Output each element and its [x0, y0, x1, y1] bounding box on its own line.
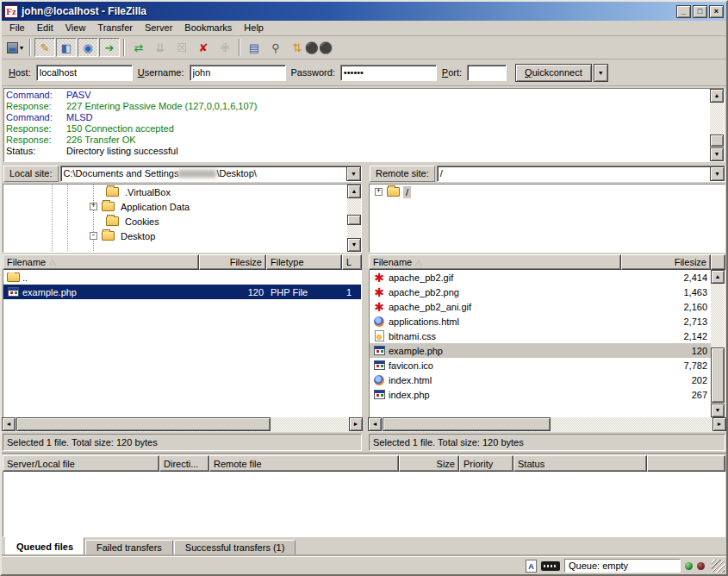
host-input[interactable] — [36, 65, 133, 81]
menu-server[interactable]: Server — [139, 21, 178, 35]
file-row-selected[interactable]: example.php 120 — [370, 343, 711, 358]
local-site-combobox[interactable]: C:\Documents and Settings\Desktop\ ▼ — [60, 166, 362, 182]
tree-item[interactable]: +Application Data — [3, 199, 361, 214]
column-header-filename[interactable]: Filename — [369, 254, 621, 270]
column-header-filename[interactable]: Filename — [3, 254, 199, 270]
file-row[interactable]: ✱apache_pb2_ani.gif 2,160 — [370, 299, 711, 314]
tree-item[interactable]: Cookies — [3, 214, 361, 229]
column-header-remote-file[interactable]: Remote file — [209, 455, 399, 472]
directory-filter-icon[interactable]: ▤ — [244, 38, 264, 57]
local-site-label: Local site: — [3, 166, 59, 182]
scroll-up-icon[interactable]: ▲ — [711, 270, 725, 284]
scroll-up-icon[interactable]: ▲ — [347, 185, 361, 198]
scrollbar-thumb[interactable] — [383, 417, 551, 431]
file-row[interactable]: index.php 267 — [370, 387, 711, 402]
collapse-icon[interactable]: - — [90, 232, 97, 240]
resize-grip[interactable] — [712, 560, 725, 573]
filezilla-app-icon[interactable]: Fz — [4, 5, 18, 18]
scroll-up-icon[interactable]: ▲ — [710, 89, 724, 103]
column-header-status[interactable]: Status — [513, 455, 647, 472]
password-input[interactable] — [340, 65, 437, 81]
cancel-operation-icon[interactable]: ☒ — [171, 38, 192, 57]
file-row[interactable]: index.html 202 — [370, 373, 711, 387]
queue-list[interactable] — [3, 472, 725, 537]
local-tree-scrollbar[interactable]: ▲ ▼ — [347, 185, 361, 252]
close-button[interactable]: × — [709, 5, 724, 18]
reconnect-icon[interactable]: ✙ — [215, 38, 235, 57]
sort-ascending-icon — [415, 260, 422, 266]
expand-icon[interactable]: + — [375, 188, 383, 196]
column-header-priority[interactable]: Priority — [459, 455, 513, 472]
scroll-down-icon[interactable]: ▼ — [711, 404, 725, 417]
file-row[interactable]: applications.html 2,713 — [370, 314, 711, 329]
disconnect-icon[interactable]: ✘ — [193, 38, 214, 57]
file-row-selected[interactable]: example.php 120 PHP File 1 — [3, 285, 361, 299]
menu-file[interactable]: File — [3, 21, 31, 35]
speed-limits-icon[interactable] — [541, 561, 560, 571]
column-header-filesize[interactable]: Filesize — [199, 254, 266, 270]
menu-help[interactable]: Help — [238, 21, 270, 35]
directory-comparison-icon[interactable]: ⚲ — [265, 38, 286, 57]
column-header-server-local-file[interactable]: Server/Local file — [3, 455, 159, 472]
tab-successful-transfers[interactable]: Successful transfers (1) — [174, 540, 296, 555]
scroll-left-icon[interactable]: ◄ — [368, 417, 382, 431]
quickconnect-button[interactable]: Quickconnect — [515, 64, 592, 82]
menu-edit[interactable]: Edit — [31, 21, 59, 35]
remote-site-combobox[interactable]: / ▼ — [437, 166, 725, 182]
tab-failed-transfers[interactable]: Failed transfers — [85, 540, 173, 555]
minimize-button[interactable]: _ — [676, 5, 691, 18]
maximize-button[interactable]: □ — [693, 5, 707, 18]
php-file-icon — [374, 390, 385, 399]
port-input[interactable] — [467, 65, 507, 81]
activity-led-green-icon — [685, 562, 693, 570]
remote-list-scrollbar[interactable]: ▲ ▼ — [711, 270, 725, 417]
file-row[interactable]: favicon.ico 7,782 — [370, 358, 711, 373]
remote-horizontal-scrollbar[interactable]: ◄ ► — [368, 417, 726, 432]
column-header-size[interactable]: Size — [399, 455, 459, 472]
column-header-last-modified[interactable]: L — [342, 254, 362, 270]
scroll-down-icon[interactable]: ▼ — [347, 238, 361, 252]
scroll-down-icon[interactable]: ▼ — [710, 147, 724, 161]
toggle-local-tree-icon[interactable]: ◧ — [56, 38, 77, 57]
menu-bookmarks[interactable]: Bookmarks — [178, 21, 238, 35]
file-row[interactable]: ✱apache_pb2.png 1,463 — [370, 285, 711, 299]
column-header-filetype[interactable]: Filetype — [266, 254, 342, 270]
scrollbar-thumb[interactable] — [711, 347, 725, 403]
toggle-message-log-icon[interactable]: ✎ — [34, 38, 55, 57]
scroll-right-icon[interactable]: ► — [712, 417, 726, 431]
log-scrollbar[interactable]: ▲ ▼ — [710, 89, 724, 161]
find-files-icon[interactable]: ⚫⚫ — [308, 38, 329, 57]
toggle-remote-tree-icon[interactable]: ◉ — [78, 38, 98, 57]
local-list-header: Filename Filesize Filetype L — [3, 254, 362, 270]
scrollbar-thumb[interactable] — [16, 417, 271, 431]
quickconnect-dropdown-icon[interactable]: ▼ — [594, 64, 608, 82]
menu-view[interactable]: View — [59, 21, 92, 35]
scrollbar-thumb[interactable] — [710, 135, 724, 147]
scroll-left-icon[interactable]: ◄ — [2, 417, 16, 431]
toggle-transfer-queue-icon[interactable]: ➔ — [99, 38, 120, 57]
local-pane: Local site: C:\Documents and Settings\De… — [2, 164, 363, 453]
header-filler — [711, 254, 725, 270]
process-queue-icon[interactable]: ⇊ — [150, 38, 171, 57]
transfer-type-icon[interactable]: A — [526, 560, 537, 573]
scrollbar-thumb[interactable] — [347, 215, 361, 225]
port-label: Port: — [442, 67, 462, 78]
file-row[interactable]: bitnami.css 2,142 — [370, 329, 711, 343]
tree-item[interactable]: + / — [370, 185, 725, 199]
tree-item[interactable]: .VirtualBox — [3, 185, 361, 199]
expand-icon[interactable]: + — [90, 203, 97, 210]
tab-queued-files[interactable]: Queued files — [5, 537, 84, 555]
username-input[interactable] — [190, 65, 286, 81]
combo-dropdown-icon[interactable]: ▼ — [346, 166, 361, 181]
combo-dropdown-icon[interactable]: ▼ — [710, 166, 725, 181]
column-header-direction[interactable]: Directi... — [159, 455, 209, 472]
scroll-right-icon[interactable]: ► — [349, 417, 363, 431]
column-header-filesize[interactable]: Filesize — [621, 254, 711, 270]
refresh-icon[interactable]: ⇄ — [128, 38, 149, 57]
file-row[interactable]: .. — [3, 270, 361, 285]
tree-item[interactable]: -Desktop — [3, 229, 361, 243]
site-manager-icon[interactable]: ▼ — [5, 38, 26, 57]
local-horizontal-scrollbar[interactable]: ◄ ► — [2, 417, 363, 432]
file-row[interactable]: ✱apache_pb2.gif 2,414 — [370, 270, 711, 285]
menu-transfer[interactable]: Transfer — [91, 21, 139, 35]
